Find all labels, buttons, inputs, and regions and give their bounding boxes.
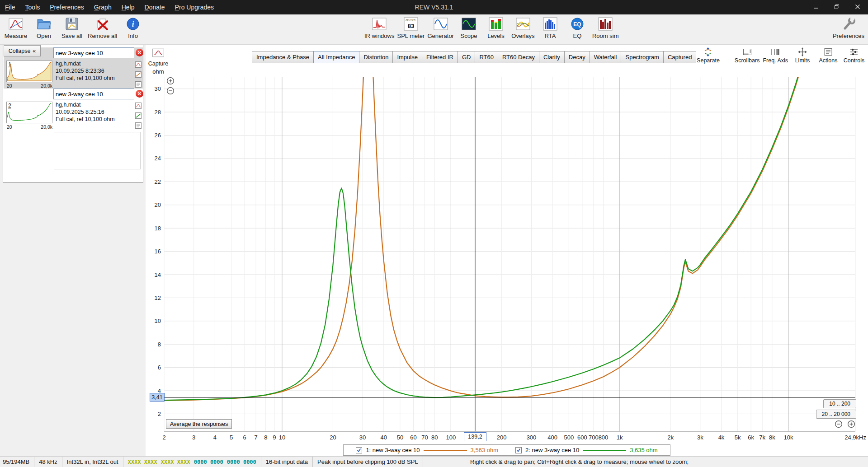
tab-spectrogram[interactable]: Spectrogram xyxy=(621,51,663,63)
legend-value: 3,635 ohm xyxy=(630,447,657,453)
menu-donate[interactable]: Donate xyxy=(140,0,170,14)
measurement-item-2[interactable]: 22020,0khg,h.mdat10.09.2025 8:25:16Full … xyxy=(4,89,143,130)
window-controls xyxy=(806,0,868,14)
separate-icon xyxy=(703,47,713,57)
svg-text:24,9kHz: 24,9kHz xyxy=(844,434,866,441)
graph-control-separate[interactable]: Separate xyxy=(697,47,720,64)
menu-graph[interactable]: Graph xyxy=(89,0,117,14)
delete-measurement-button[interactable] xyxy=(136,49,143,56)
info-icon: i xyxy=(125,16,141,32)
capture-button[interactable]: Capture xyxy=(146,47,170,67)
tool-open[interactable]: Open xyxy=(32,16,56,39)
tool-overlays[interactable]: Overlays xyxy=(511,16,535,39)
graph-control-controls[interactable]: Controls xyxy=(843,47,865,64)
restore-button[interactable] xyxy=(826,0,847,14)
measurement-name-input[interactable] xyxy=(53,47,134,58)
graph-control-label: Separate xyxy=(697,57,720,64)
eq-icon: EQ xyxy=(570,16,585,32)
tab-filtered-ir[interactable]: Filtered IR xyxy=(422,51,458,63)
tool-measure[interactable]: Measure xyxy=(4,16,28,39)
svg-text:40: 40 xyxy=(381,434,387,441)
svg-text:10: 10 xyxy=(279,434,285,441)
cursor-freq-box[interactable]: 139,2 xyxy=(464,432,486,441)
save-all-icon xyxy=(64,16,80,32)
collapse-panel-button[interactable]: Collapse « xyxy=(4,45,41,56)
tab-decay[interactable]: Decay xyxy=(564,51,590,63)
tab-impulse[interactable]: Impulse xyxy=(392,51,422,63)
range-20-20000-button[interactable]: 20 .. 20 000 xyxy=(816,410,856,419)
svg-text:70: 70 xyxy=(421,434,428,441)
tab-impedance-phase[interactable]: Impedance & Phase xyxy=(252,51,314,63)
menu-file[interactable]: File xyxy=(0,0,20,14)
impedance-chart[interactable]: 2468101214161820222426283023456789102030… xyxy=(149,63,868,445)
graph-control-freq-axis[interactable]: Freq. Axis xyxy=(763,47,788,64)
svg-text:83: 83 xyxy=(408,23,414,29)
notes-icon[interactable] xyxy=(135,81,142,88)
minus-circle-icon xyxy=(835,420,843,428)
trace-chart-icon[interactable] xyxy=(135,61,142,68)
close-button[interactable] xyxy=(847,0,868,14)
trace-color-icon[interactable] xyxy=(135,71,142,78)
restore-icon xyxy=(834,3,840,11)
zoom-in-x-button[interactable] xyxy=(847,420,855,428)
tool-spl-meter[interactable]: dB SPL83SPL meter xyxy=(397,16,425,39)
rta-icon xyxy=(542,16,558,32)
tool-ir-windows[interactable]: IR windows xyxy=(364,16,394,39)
tab-rt60-decay[interactable]: RT60 Decay xyxy=(498,51,539,63)
menu-help[interactable]: Help xyxy=(117,0,140,14)
measurement-panel: Collapse « 12020,0khg,h.mdat10.09.2025 8… xyxy=(3,44,143,183)
preferences-icon xyxy=(841,16,856,32)
tab-all-impedance[interactable]: All Impedance xyxy=(313,51,359,63)
trace-chart-icon[interactable] xyxy=(135,103,142,109)
overlays-icon xyxy=(515,16,531,32)
levels-icon xyxy=(488,16,504,32)
tool-info[interactable]: iInfo xyxy=(121,16,145,39)
tool-remove-all[interactable]: Remove all xyxy=(88,16,117,39)
collapse-label: Collapse xyxy=(9,48,31,54)
graph-control-scrollbars[interactable]: Scrollbars xyxy=(735,47,760,64)
svg-text:6k: 6k xyxy=(748,434,754,441)
svg-text:8: 8 xyxy=(158,341,161,348)
zoom-out-y-button[interactable] xyxy=(166,87,175,95)
average-responses-button[interactable]: Average the responses xyxy=(166,419,232,429)
measurement-actions xyxy=(135,103,142,129)
cursor-value-box[interactable]: 3,41 xyxy=(150,393,165,402)
tool-room-sim[interactable]: Room sim xyxy=(592,16,619,39)
legend-checkbox[interactable] xyxy=(356,447,362,453)
legend-checkbox[interactable] xyxy=(515,447,522,453)
svg-text:3k: 3k xyxy=(697,434,703,441)
notes-icon[interactable] xyxy=(135,122,142,129)
tab-gd[interactable]: GD xyxy=(458,51,476,63)
measurement-datetime: 10.09.2025 8:25:16 xyxy=(56,109,104,115)
menu-pro-upgrades[interactable]: Pro Upgrades xyxy=(170,0,219,14)
zoom-in-y-button[interactable] xyxy=(166,77,175,85)
tab-waterfall[interactable]: Waterfall xyxy=(590,51,622,63)
range-10-200-button[interactable]: 10 .. 200 xyxy=(823,399,856,408)
tool-save-all[interactable]: Save all xyxy=(60,16,84,39)
tool-preferences[interactable]: Preferences xyxy=(833,16,864,39)
tool-generator[interactable]: Generator xyxy=(427,16,454,39)
menu-preferences[interactable]: Preferences xyxy=(45,0,89,14)
tool-eq[interactable]: EQEQ xyxy=(565,16,590,39)
trace-color-icon[interactable] xyxy=(135,112,142,119)
scrollbars-icon xyxy=(742,47,752,57)
status-clipping: Peak input before clipping 100 dB SPL xyxy=(313,457,423,467)
svg-text:400: 400 xyxy=(547,434,557,441)
measurement-name-input[interactable] xyxy=(53,89,134,99)
tool-levels[interactable]: Levels xyxy=(484,16,508,39)
tab-distortion[interactable]: Distortion xyxy=(359,51,393,63)
zoom-out-x-button[interactable] xyxy=(835,420,843,428)
status-channel-hex: XXXX XXXXXXXX XXXX0000 00000000 0000 xyxy=(123,457,261,467)
tool-scope[interactable]: Scope xyxy=(457,16,481,39)
legend-bar: 1: new 3-way сен 103,563 ohm2: new 3-way… xyxy=(343,444,670,456)
tab-rt60[interactable]: RT60 xyxy=(475,51,498,63)
tool-rta[interactable]: RTA xyxy=(538,16,562,39)
minimize-button[interactable] xyxy=(806,0,826,14)
tab-captured[interactable]: Captured xyxy=(663,51,696,63)
graph-control-actions[interactable]: Actions xyxy=(817,47,840,64)
menu-tools[interactable]: Tools xyxy=(20,0,45,14)
graph-control-limits[interactable]: Limits xyxy=(791,47,814,64)
tab-clarity[interactable]: Clarity xyxy=(539,51,565,63)
delete-measurement-button[interactable] xyxy=(136,90,143,98)
status-bar: 95/194MB 48 kHz Int32L in, Int32L out XX… xyxy=(0,456,868,467)
